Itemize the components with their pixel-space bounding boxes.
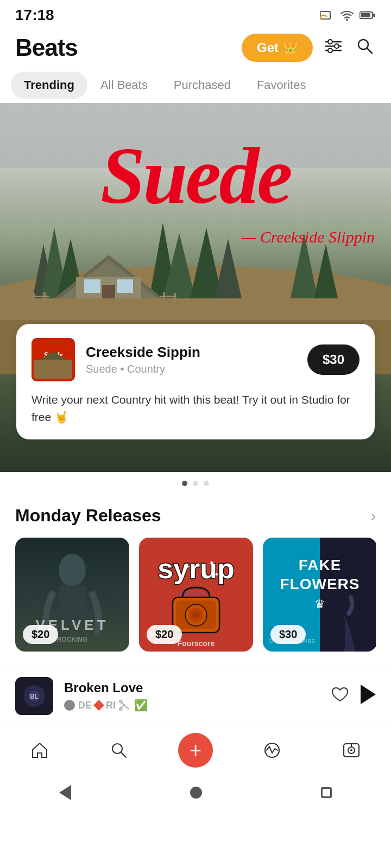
nav-add[interactable]: + [178,733,213,768]
tab-all-beats[interactable]: All Beats [87,72,161,99]
svg-text:♛: ♛ [314,597,325,611]
nav-home[interactable] [20,739,60,762]
tab-trending[interactable]: Trending [11,72,87,99]
svg-rect-4 [361,13,370,17]
tag-de: DE [78,700,92,711]
hero-card-thumbnail: Suede [31,338,75,381]
hero-card-header: Suede Creekside Sippin Suede • Country $… [31,338,360,381]
monday-releases-section: Monday Releases › [0,490,391,661]
svg-point-76 [350,749,352,751]
play-button[interactable] [361,685,376,708]
svg-point-11 [328,48,332,53]
nav-activity[interactable] [252,739,292,762]
svg-text:FLOWERS: FLOWERS [280,576,360,592]
recent-apps-button[interactable] [321,787,332,798]
tabs: Trending All Beats Purchased Favorites [0,67,391,103]
wifi-icon [340,9,354,21]
back-button[interactable] [59,785,71,800]
nav-library[interactable] [331,739,371,762]
svg-point-9 [328,40,332,44]
svg-point-57 [192,611,200,619]
syrup-price: $20 [147,625,182,644]
hero-track-subtitle: — Creekside Slippin [241,228,375,246]
section-header: Monday Releases › [15,506,376,526]
tag-checkmark: ✅ [134,699,148,712]
status-bar: 17:18 [0,0,391,28]
now-playing-art: BL [15,677,53,715]
svg-point-2 [346,19,348,21]
search-button[interactable] [354,35,376,61]
add-icon: + [190,740,201,761]
heart-icon [331,686,349,703]
get-label: Get [257,40,279,55]
tab-purchased[interactable]: Purchased [161,72,244,99]
hero-artist-name: Suede [0,136,391,216]
svg-text:✦: ✦ [182,561,191,572]
like-button[interactable] [331,686,349,706]
svg-point-69 [119,700,122,703]
now-playing-tags: DE RI ✅ [64,699,331,712]
velvet-price: $20 [23,625,58,644]
svg-point-70 [119,708,122,711]
hero-carousel-dots [0,472,391,490]
fake-flowers-price: $30 [270,625,306,644]
now-playing-thumbnail: BL [15,677,53,715]
svg-text:BL: BL [30,693,39,700]
hero-card-info: Creekside Sippin Suede • Country [86,344,297,375]
tag-diamond [93,700,104,711]
svg-text:✦: ✦ [214,571,219,578]
filter-icon [325,39,342,53]
dot-1[interactable] [182,481,187,486]
svg-point-44 [59,554,86,586]
beat-card-velvet[interactable]: VELVET ROCKING $20 [15,538,129,652]
suede-thumb-art: Suede [31,338,75,381]
svg-text:ROCKING: ROCKING [57,636,88,643]
app-title: Beats [15,34,78,61]
svg-line-13 [367,48,372,53]
scissors-icon [119,699,131,711]
svg-text:syrup: syrup [157,553,235,584]
svg-point-10 [335,44,339,48]
tag-ri: RI [106,700,116,711]
home-button[interactable] [190,787,202,799]
status-icons [320,9,376,21]
now-playing-bar: BL Broken Love DE RI ✅ [0,669,391,723]
svg-text:FAKE: FAKE [299,557,342,573]
section-title: Monday Releases [15,506,161,526]
activity-icon [263,741,281,760]
now-playing-controls [331,685,376,708]
tab-favorites[interactable]: Favorites [244,72,319,99]
search-nav-icon [110,741,128,760]
header-actions: Get 👑 [242,34,376,62]
bottom-nav: + [0,723,391,777]
beat-card-fake-flowers[interactable]: FAKE FLOWERS ♛ SHADOW EMPIRE $30 [263,538,376,652]
play-icon [361,685,376,704]
hero-beat-card[interactable]: Suede Creekside Sippin Suede • Country $… [16,324,375,439]
crown-icon: 👑 [283,41,298,55]
library-icon [342,741,361,760]
beat-card-syrup[interactable]: syrup ✦ ✦ ✦ Fourscore $20 [139,538,253,652]
beats-cards-row: VELVET ROCKING $20 syrup ✦ ✦ ✦ [15,538,376,656]
svg-text:Fourscore: Fourscore [178,639,215,648]
get-button[interactable]: Get 👑 [242,34,313,62]
status-time: 17:18 [15,7,54,24]
svg-rect-5 [373,14,375,17]
nav-search[interactable] [99,739,139,762]
cast-icon [320,9,335,21]
dot-2[interactable] [193,481,198,486]
see-all-arrow[interactable]: › [371,507,376,525]
battery-icon [360,10,376,20]
filter-button[interactable] [323,36,344,59]
system-navigation [0,777,391,811]
svg-text:✦: ✦ [209,559,215,567]
hero-price-button[interactable]: $30 [307,344,360,375]
dot-3[interactable] [204,481,209,486]
home-icon [30,741,49,760]
hero-banner: Suede — Creekside Slippin Suede Creeksid… [0,103,391,472]
tag-circle-grey [64,700,75,711]
hero-track-name: Creekside Sippin [86,344,297,361]
search-icon [356,37,374,55]
hero-artist-genre: Suede • Country [86,363,297,375]
header: Beats Get 👑 [0,28,391,67]
hero-card-description: Write your next Country hit with this be… [31,391,360,425]
